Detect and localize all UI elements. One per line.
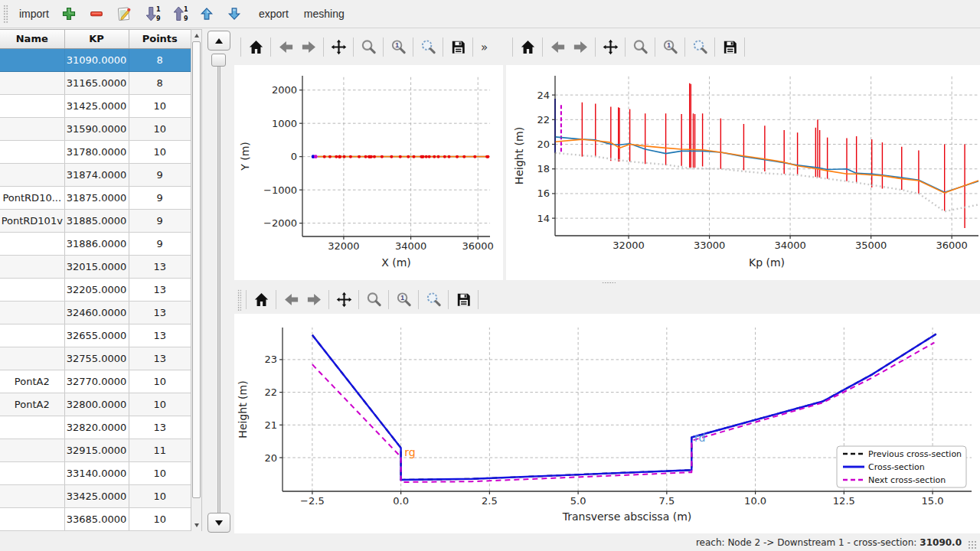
name-cell[interactable] bbox=[0, 278, 64, 301]
kp-cell[interactable]: 32460.0000 bbox=[64, 301, 129, 324]
table-row[interactable]: PontRD10...31875.00009 bbox=[0, 186, 191, 209]
zoom-one-button[interactable]: 1 bbox=[387, 36, 410, 59]
points-cell[interactable]: 10 bbox=[129, 484, 191, 507]
save-button[interactable] bbox=[718, 36, 741, 59]
table-row[interactable]: PontA232770.000010 bbox=[0, 370, 191, 393]
points-cell[interactable]: 13 bbox=[129, 347, 191, 370]
name-cell[interactable] bbox=[0, 347, 64, 370]
kp-cell[interactable]: 32800.0000 bbox=[64, 393, 129, 416]
points-cell[interactable]: 11 bbox=[129, 439, 191, 461]
points-cell[interactable]: 8 bbox=[129, 48, 191, 71]
navigator-slider-track[interactable] bbox=[217, 55, 220, 533]
home-button[interactable] bbox=[516, 36, 539, 59]
table-row[interactable]: 32655.000013 bbox=[0, 324, 191, 347]
name-cell[interactable] bbox=[0, 484, 64, 507]
table-row[interactable]: 31886.00009 bbox=[0, 232, 191, 255]
points-cell[interactable]: 8 bbox=[129, 71, 191, 94]
points-cell[interactable]: 9 bbox=[129, 163, 191, 186]
navigate-down-button[interactable] bbox=[207, 513, 230, 533]
remove-cross-section-button[interactable] bbox=[87, 4, 106, 24]
profile-plot[interactable]: 3200033000340003500036000141618202224Kp … bbox=[506, 65, 980, 280]
table-row[interactable]: 33140.000010 bbox=[0, 461, 191, 484]
table-row[interactable]: 31425.000010 bbox=[0, 94, 191, 117]
points-cell[interactable]: 10 bbox=[129, 461, 191, 484]
table-row[interactable]: 31780.000010 bbox=[0, 140, 191, 163]
import-button[interactable]: import bbox=[13, 2, 55, 25]
name-cell[interactable]: PontRD10... bbox=[0, 186, 64, 209]
kp-cell[interactable]: 33685.0000 bbox=[64, 507, 129, 530]
home-button[interactable] bbox=[250, 289, 273, 311]
points-cell[interactable]: 13 bbox=[129, 278, 191, 301]
column-header-points[interactable]: Points bbox=[129, 30, 191, 48]
save-button[interactable] bbox=[446, 36, 469, 59]
save-button[interactable] bbox=[452, 289, 475, 311]
kp-cell[interactable]: 31780.0000 bbox=[64, 140, 129, 163]
zoom-button[interactable] bbox=[357, 36, 380, 59]
kp-cell[interactable]: 31090.0000 bbox=[64, 48, 129, 71]
table-row[interactable]: 31090.00008 bbox=[0, 48, 191, 71]
kp-cell[interactable]: 32755.0000 bbox=[64, 347, 129, 370]
forward-button[interactable] bbox=[297, 36, 320, 59]
name-cell[interactable] bbox=[0, 507, 64, 530]
points-cell[interactable]: 10 bbox=[129, 94, 191, 117]
name-cell[interactable]: PontA2 bbox=[0, 370, 64, 393]
kp-cell[interactable]: 31590.0000 bbox=[64, 117, 129, 140]
name-cell[interactable] bbox=[0, 461, 64, 484]
kp-cell[interactable]: 33425.0000 bbox=[64, 484, 129, 507]
add-cross-section-button[interactable] bbox=[59, 4, 79, 24]
resize-grip[interactable] bbox=[968, 540, 977, 549]
back-button[interactable] bbox=[546, 36, 569, 59]
move-down-button[interactable] bbox=[224, 4, 244, 24]
kp-cell[interactable]: 32655.0000 bbox=[64, 324, 129, 347]
points-cell[interactable]: 9 bbox=[129, 209, 191, 232]
kp-cell[interactable]: 31165.0000 bbox=[64, 71, 129, 94]
points-cell[interactable]: 10 bbox=[129, 393, 191, 416]
kp-cell[interactable]: 31886.0000 bbox=[64, 232, 129, 255]
zoom-region-button[interactable] bbox=[422, 289, 445, 311]
name-cell[interactable] bbox=[0, 416, 64, 439]
points-cell[interactable]: 10 bbox=[129, 117, 191, 140]
kp-cell[interactable]: 31874.0000 bbox=[64, 163, 129, 186]
toolbar-handle[interactable] bbox=[3, 5, 8, 23]
table-row[interactable]: 32015.000013 bbox=[0, 255, 191, 278]
scrollbar-down-arrow[interactable] bbox=[191, 520, 201, 530]
horizontal-splitter[interactable] bbox=[234, 280, 980, 285]
navigate-up-button[interactable] bbox=[207, 31, 230, 51]
kp-cell[interactable]: 31875.0000 bbox=[64, 186, 129, 209]
table-row[interactable]: 32460.000013 bbox=[0, 301, 191, 324]
points-cell[interactable]: 10 bbox=[129, 140, 191, 163]
meshing-button[interactable]: meshing bbox=[298, 2, 351, 25]
name-cell[interactable] bbox=[0, 163, 64, 186]
name-cell[interactable] bbox=[0, 48, 64, 71]
kp-cell[interactable]: 31885.0000 bbox=[64, 209, 129, 232]
table-row[interactable]: 31165.00008 bbox=[0, 71, 191, 94]
name-cell[interactable]: PontA2 bbox=[0, 393, 64, 416]
zoom-button[interactable] bbox=[629, 36, 652, 59]
forward-button[interactable] bbox=[569, 36, 592, 59]
table-row[interactable]: 32205.000013 bbox=[0, 278, 191, 301]
navigator-slider-handle[interactable] bbox=[211, 54, 226, 67]
points-cell[interactable]: 13 bbox=[129, 416, 191, 439]
pan-button[interactable] bbox=[327, 36, 350, 59]
toolbar-handle[interactable] bbox=[237, 289, 241, 311]
edit-cross-section-button[interactable] bbox=[114, 4, 134, 24]
table-scrollbar[interactable] bbox=[191, 29, 202, 531]
table-row[interactable]: 32755.000013 bbox=[0, 347, 191, 370]
column-header-kp[interactable]: KP bbox=[64, 30, 129, 48]
pan-button[interactable] bbox=[332, 289, 355, 311]
zoom-region-button[interactable] bbox=[416, 36, 439, 59]
table-row[interactable]: 33685.000010 bbox=[0, 507, 191, 530]
zoom-region-button[interactable] bbox=[688, 36, 711, 59]
name-cell[interactable] bbox=[0, 117, 64, 140]
zoom-one-button[interactable]: 1 bbox=[658, 36, 681, 59]
name-cell[interactable]: PontRD101v bbox=[0, 209, 64, 232]
cross-section-plot[interactable]: −2.50.02.55.07.510.012.515.020212223Tran… bbox=[234, 314, 980, 533]
kp-cell[interactable]: 32015.0000 bbox=[64, 255, 129, 278]
export-button[interactable]: export bbox=[253, 2, 295, 25]
zoom-one-button[interactable]: 1 bbox=[392, 289, 415, 311]
name-cell[interactable] bbox=[0, 324, 64, 347]
zoom-button[interactable] bbox=[362, 289, 385, 311]
splitter-grip[interactable] bbox=[602, 282, 616, 284]
points-cell[interactable]: 9 bbox=[129, 232, 191, 255]
name-cell[interactable] bbox=[0, 255, 64, 278]
